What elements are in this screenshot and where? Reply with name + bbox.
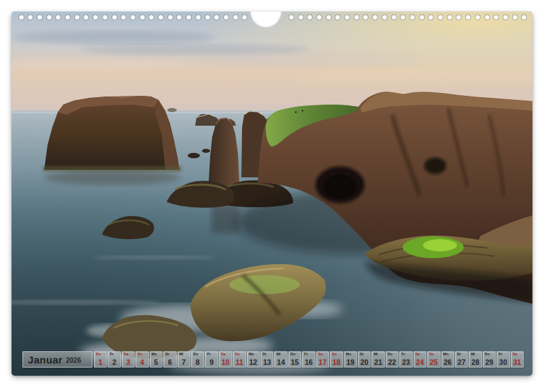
day-weekday: So	[137, 352, 142, 357]
day-number: 30	[497, 358, 509, 366]
punch-hole	[363, 15, 368, 20]
day-cell: Sa 31	[511, 351, 524, 368]
day-weekday: Sa	[513, 352, 517, 357]
day-cell: Do 15	[288, 351, 301, 368]
punch-hole	[485, 15, 490, 20]
punch-hole	[354, 15, 359, 20]
punch-hole	[466, 15, 471, 20]
day-number: 14	[275, 358, 286, 366]
punch-hole	[503, 15, 508, 20]
punch-hole	[438, 15, 443, 20]
day-cell: Di 6	[163, 351, 176, 368]
punch-hole	[112, 15, 117, 20]
punch-hole	[289, 15, 294, 20]
day-cell: Mo 26	[441, 351, 454, 368]
day-weekday: Mi	[373, 352, 377, 357]
day-weekday: Do	[96, 352, 101, 357]
day-weekday: Mi	[471, 352, 475, 357]
left-sea-stack	[43, 96, 182, 185]
day-weekday: Do	[193, 352, 198, 357]
day-number: 9	[205, 358, 217, 366]
punch-hole	[410, 15, 415, 20]
day-weekday: Mo	[346, 352, 352, 357]
day-weekday: Mo	[249, 352, 254, 357]
punch-hole	[103, 15, 107, 20]
punch-hole	[121, 15, 126, 20]
punch-hole	[317, 15, 322, 20]
day-weekday: Di	[262, 352, 267, 357]
day-cell: Di 20	[358, 351, 371, 368]
day-number: 21	[372, 358, 384, 366]
day-cell: Fr 9	[205, 351, 218, 368]
day-cell: Mi 7	[177, 351, 190, 368]
punch-hole	[233, 15, 238, 20]
day-number: 2	[108, 358, 120, 366]
punch-hole	[37, 15, 42, 20]
day-number: 17	[317, 358, 328, 366]
day-weekday: Mi	[276, 352, 280, 357]
month-label: Januar	[28, 354, 63, 366]
day-weekday: Do	[388, 352, 392, 357]
day-cell: Fr 16	[302, 351, 315, 368]
day-weekday: So	[429, 352, 434, 357]
day-number: 7	[178, 358, 190, 366]
day-number: 22	[386, 358, 398, 366]
punch-hole	[475, 15, 480, 20]
day-cell: So 18	[330, 351, 343, 368]
punch-hole	[494, 15, 498, 20]
day-weekday: Do	[290, 352, 295, 357]
punch-hole	[47, 15, 52, 20]
day-weekday: Do	[485, 352, 490, 357]
day-weekday: Fr	[498, 352, 503, 357]
day-weekday: So	[332, 352, 337, 357]
day-number: 13	[261, 358, 273, 366]
day-number: 28	[469, 358, 481, 366]
punch-hole	[93, 15, 98, 20]
day-number: 20	[358, 358, 370, 366]
day-cell: Do 29	[483, 351, 496, 368]
day-number: 3	[122, 358, 134, 366]
punch-hole	[19, 15, 24, 20]
punch-hole	[149, 15, 154, 20]
day-number: 26	[442, 358, 454, 366]
day-cell: Mo 5	[150, 351, 163, 368]
day-cell: Mi 21	[371, 351, 384, 368]
day-strip: Do 1 Fr 2 Sa 3 So 4 Mo 5 Di 6 Mi 7 Do 8 …	[94, 351, 524, 368]
day-number: 6	[164, 358, 175, 366]
day-weekday: Mo	[152, 352, 157, 357]
day-weekday: Fr	[304, 352, 308, 357]
punch-hole	[522, 15, 526, 20]
punch-hole	[224, 15, 228, 20]
day-number: 16	[303, 358, 314, 366]
day-weekday: Mi	[180, 352, 184, 357]
day-cell: Do 8	[191, 351, 204, 368]
day-weekday: Sa	[318, 352, 323, 357]
day-number: 11	[233, 358, 245, 366]
punch-hole	[28, 15, 33, 20]
day-weekday: Di	[360, 352, 364, 357]
day-cell: Sa 24	[413, 351, 426, 368]
day-weekday: Di	[165, 352, 169, 357]
punch-hole	[326, 15, 331, 20]
day-weekday: Sa	[415, 352, 420, 357]
punch-hole	[392, 15, 396, 20]
punch-hole	[186, 15, 191, 20]
day-cell: Sa 17	[316, 351, 329, 368]
day-number: 24	[414, 358, 426, 366]
day-weekday: Di	[457, 352, 461, 357]
day-cell: Do 1	[94, 351, 107, 368]
punch-hole	[168, 15, 173, 20]
day-cell: Fr 2	[107, 351, 120, 368]
day-number: 18	[330, 358, 342, 366]
punch-hole	[428, 15, 433, 20]
day-number: 5	[150, 358, 162, 366]
year-label: 2026	[66, 355, 81, 364]
punch-hole	[382, 15, 387, 20]
punch-hole	[345, 15, 350, 20]
punch-hole	[307, 15, 312, 20]
day-number: 31	[511, 358, 523, 366]
day-cell: Di 27	[455, 351, 468, 368]
day-number: 29	[483, 358, 495, 366]
punch-hole	[214, 15, 219, 20]
day-cell: Mo 12	[247, 351, 260, 368]
